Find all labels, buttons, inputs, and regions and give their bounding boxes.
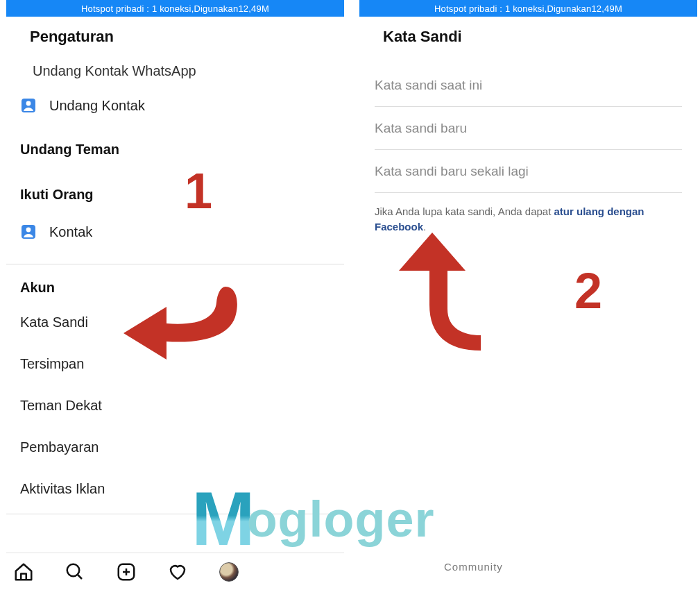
heart-icon[interactable] (167, 562, 188, 582)
svg-point-5 (67, 564, 80, 576)
helper-text: Jika Anda lupa kata sandi, Anda dapat at… (359, 193, 697, 246)
bottom-tab-bar (6, 553, 344, 590)
contact-icon (20, 97, 37, 114)
confirm-password-input[interactable]: Kata sandi baru sekali lagi (375, 150, 682, 193)
list-item-label: Pembayaran (20, 439, 99, 455)
list-item-label: Undang Kontak WhatsApp (33, 63, 196, 79)
settings-list: Undang Kontak WhatsApp Undang Kontak Und… (6, 57, 344, 553)
section-header: Akun (6, 267, 344, 301)
helper-pre: Jika Anda lupa kata sandi, Anda dapat (375, 205, 554, 217)
svg-point-4 (26, 228, 31, 233)
screenshot-1-settings: Hotspot pribadi : 1 koneksi,Digunakan12,… (6, 0, 344, 590)
list-item[interactable]: Teman Dekat (6, 385, 344, 426)
list-item-label: Kata Sandi (20, 314, 88, 330)
list-item[interactable]: Tersimpan (6, 343, 344, 385)
helper-post: . (423, 221, 426, 233)
search-icon[interactable] (65, 562, 85, 582)
password-form: Kata sandi saat ini Kata sandi baru Kata… (359, 57, 697, 193)
page-title: Kata Sandi (383, 28, 462, 46)
status-bar: Hotspot pribadi : 1 koneksi,Digunakan12,… (359, 0, 697, 17)
current-password-input[interactable]: Kata sandi saat ini (375, 64, 682, 107)
contact-icon (20, 224, 37, 240)
divider (6, 514, 344, 514)
list-item[interactable]: Undang Kontak WhatsApp (6, 57, 344, 82)
screenshot-2-password: Hotspot pribadi : 1 koneksi,Digunakan12,… (359, 0, 697, 590)
divider (6, 264, 344, 264)
add-post-icon[interactable] (116, 562, 137, 582)
new-password-input[interactable]: Kata sandi baru (375, 107, 682, 150)
page-title: Pengaturan (30, 28, 114, 46)
list-item-label: Undang Kontak (49, 98, 145, 114)
list-item[interactable]: Pembayaran (6, 426, 344, 468)
placeholder: Kata sandi saat ini (375, 78, 482, 93)
svg-point-2 (26, 101, 31, 106)
status-bar: Hotspot pribadi : 1 koneksi,Digunakan12,… (6, 0, 344, 17)
topbar-password: Kata Sandi (359, 17, 697, 57)
section-header: Ikuti Orang (6, 163, 344, 208)
placeholder: Kata sandi baru sekali lagi (375, 164, 529, 179)
home-icon[interactable] (13, 562, 34, 582)
placeholder: Kata sandi baru (375, 121, 467, 136)
list-item-kata-sandi[interactable]: Kata Sandi (6, 301, 344, 343)
list-item[interactable]: Undang Kontak (6, 82, 344, 129)
list-item-label: Teman Dekat (20, 398, 102, 414)
section-header: Undang Teman (6, 129, 344, 163)
avatar-icon (219, 562, 239, 582)
profile-avatar[interactable] (219, 562, 239, 582)
list-item-label: Tersimpan (20, 356, 84, 372)
list-item[interactable]: Kontak (6, 208, 344, 255)
list-item[interactable]: Aktivitas Iklan (6, 468, 344, 509)
status-text: Hotspot pribadi : 1 koneksi,Digunakan12,… (434, 3, 622, 14)
list-item-label: Kontak (49, 224, 92, 240)
watermark-sub: Community (444, 561, 503, 573)
status-text: Hotspot pribadi : 1 koneksi,Digunakan12,… (81, 3, 269, 14)
list-item-label: Aktivitas Iklan (20, 481, 105, 497)
topbar-settings: Pengaturan (6, 17, 344, 57)
